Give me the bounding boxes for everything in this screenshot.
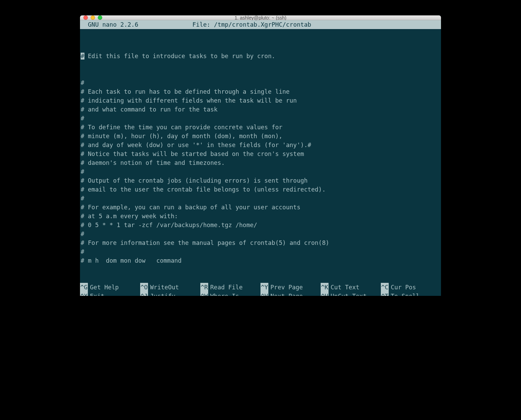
shortcut-key: ^O xyxy=(140,283,148,292)
editor-line: # Edit this file to introduce tasks to b… xyxy=(80,52,441,61)
shortcut-key: ^W xyxy=(200,292,208,296)
titlebar[interactable]: 1. ashley@pluto: ~ (ssh) xyxy=(80,15,441,20)
shortcut-label: Exit xyxy=(88,292,104,296)
editor-line: # indicating with different fields when … xyxy=(80,96,441,105)
shortcut-item[interactable]: ^WWhere Is xyxy=(200,292,260,296)
editor-line: # xyxy=(80,229,441,238)
minimize-icon[interactable] xyxy=(91,15,95,20)
terminal-window: 1. ashley@pluto: ~ (ssh) GNU nano 2.2.6 … xyxy=(80,15,441,296)
editor-line: # For example, you can run a backup of a… xyxy=(80,203,441,212)
editor-line: # xyxy=(80,78,441,87)
shortcut-label: Get Help xyxy=(88,283,119,292)
shortcut-item[interactable]: ^XExit xyxy=(80,292,140,296)
shortcut-label: Justify xyxy=(148,292,175,296)
shortcut-label: Prev Page xyxy=(268,283,303,292)
nano-app-label: GNU nano 2.2.6 xyxy=(81,21,138,28)
shortcut-item[interactable]: ^YPrev Page xyxy=(260,283,321,292)
shortcut-label: To Spell xyxy=(389,292,419,296)
shortcut-key: ^R xyxy=(200,283,208,292)
shortcut-label: UnCut Text xyxy=(329,292,366,296)
shortcut-item[interactable]: ^JJustify xyxy=(140,292,200,296)
terminal-body[interactable]: GNU nano 2.2.6 File: /tmp/crontab.XgrPHC… xyxy=(80,20,441,296)
shortcut-key: ^G xyxy=(80,283,88,292)
editor-line: # Notice that tasks will be started base… xyxy=(80,149,441,158)
line-text: Edit this file to introduce tasks to be … xyxy=(84,53,275,60)
editor-line: # daemon's notion of time and timezones. xyxy=(80,158,441,167)
editor-line: # minute (m), hour (h), day of month (do… xyxy=(80,132,441,141)
window-controls xyxy=(80,15,102,20)
shortcut-item[interactable]: ^VNext Page xyxy=(260,292,321,296)
editor-line: # For more information see the manual pa… xyxy=(80,238,441,247)
editor-line: # 0 5 * * 1 tar -zcf /var/backups/home.t… xyxy=(80,221,441,229)
shortcut-key: ^C xyxy=(381,283,389,292)
shortcut-item[interactable]: ^RRead File xyxy=(200,283,260,292)
close-icon[interactable] xyxy=(83,15,88,20)
shortcut-label: Cur Pos xyxy=(389,283,416,292)
shortcut-key: ^J xyxy=(140,292,148,296)
editor-line: # and day of week (dow) or use '*' in th… xyxy=(80,141,441,149)
editor-line: # xyxy=(80,194,441,203)
editor-line: # and what command to run for the task xyxy=(80,105,441,114)
shortcut-label: Cut Text xyxy=(329,283,359,292)
shortcut-item[interactable]: ^UUnCut Text xyxy=(321,292,381,296)
nano-header: GNU nano 2.2.6 File: /tmp/crontab.XgrPHC… xyxy=(80,20,441,29)
editor-line: # at 5 a.m every week with: xyxy=(80,212,441,221)
editor-line: # xyxy=(80,247,441,256)
window-title: 1. ashley@pluto: ~ (ssh) xyxy=(80,15,441,21)
editor-line: # m h dom mon dow command xyxy=(80,256,441,265)
editor-area[interactable]: # Edit this file to introduce tasks to b… xyxy=(80,29,441,283)
shortcut-key: ^U xyxy=(321,292,329,296)
shortcut-item[interactable]: ^CCur Pos xyxy=(381,283,441,292)
shortcut-label: Read File xyxy=(208,283,243,292)
editor-line: # xyxy=(80,167,441,176)
shortcut-key: ^K xyxy=(321,283,329,292)
shortcut-label: WriteOut xyxy=(148,283,179,292)
cursor: # xyxy=(81,53,84,60)
nano-file-label: File: /tmp/crontab.XgrPHC/crontab xyxy=(192,21,311,28)
shortcut-item[interactable]: ^KCut Text xyxy=(321,283,381,292)
zoom-icon[interactable] xyxy=(98,15,102,20)
shortcut-label: Where Is xyxy=(208,292,239,296)
editor-line: # email to the user the crontab file bel… xyxy=(80,185,441,194)
editor-line: # Output of the crontab jobs (including … xyxy=(80,176,441,185)
shortcut-item[interactable]: ^TTo Spell xyxy=(381,292,441,296)
shortcut-key: ^X xyxy=(80,292,88,296)
editor-line: # Each task to run has to be defined thr… xyxy=(80,87,441,96)
shortcut-key: ^V xyxy=(260,292,268,296)
editor-line: # xyxy=(80,114,441,123)
shortcut-item[interactable]: ^OWriteOut xyxy=(140,283,200,292)
shortcut-item[interactable]: ^GGet Help xyxy=(80,283,140,292)
shortcut-key: ^Y xyxy=(260,283,268,292)
shortcut-label: Next Page xyxy=(268,292,303,296)
shortcut-key: ^T xyxy=(381,292,389,296)
editor-line: # To define the time you can provide con… xyxy=(80,123,441,132)
shortcut-bar: ^GGet Help^OWriteOut^RRead File^YPrev Pa… xyxy=(80,283,441,296)
